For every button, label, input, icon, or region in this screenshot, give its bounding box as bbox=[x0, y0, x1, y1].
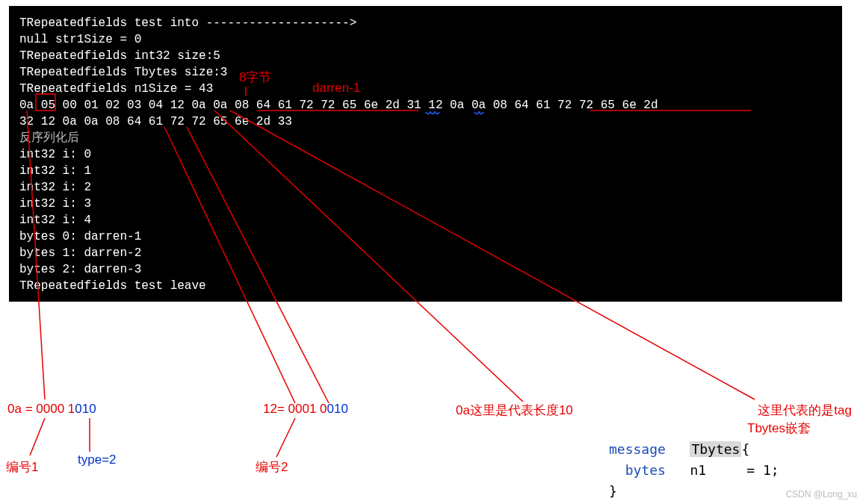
svg-line-4 bbox=[27, 111, 45, 399]
code-line3: } bbox=[609, 481, 779, 502]
type-tbytes: Tbytes bbox=[690, 441, 741, 457]
kw-bytes: bytes bbox=[625, 462, 666, 478]
field-n1: n1 bbox=[690, 462, 706, 478]
svg-line-7 bbox=[214, 111, 523, 402]
code-line2: bytes n1 = 1; bbox=[609, 460, 779, 481]
code-line1: message Tbytes{ bbox=[609, 439, 779, 460]
watermark: CSDN @Long_xu bbox=[785, 489, 857, 500]
brace-open: { bbox=[741, 441, 749, 457]
svg-line-9 bbox=[30, 418, 45, 455]
svg-line-11 bbox=[276, 418, 295, 457]
code-snippet: message Tbytes{ bytes n1 = 1; } bbox=[609, 439, 779, 502]
annotation-svg bbox=[0, 0, 866, 504]
assign-1: = 1; bbox=[746, 462, 779, 478]
svg-rect-0 bbox=[36, 94, 55, 111]
svg-line-8 bbox=[230, 111, 755, 399]
kw-message: message bbox=[609, 441, 666, 457]
svg-line-6 bbox=[187, 127, 329, 403]
